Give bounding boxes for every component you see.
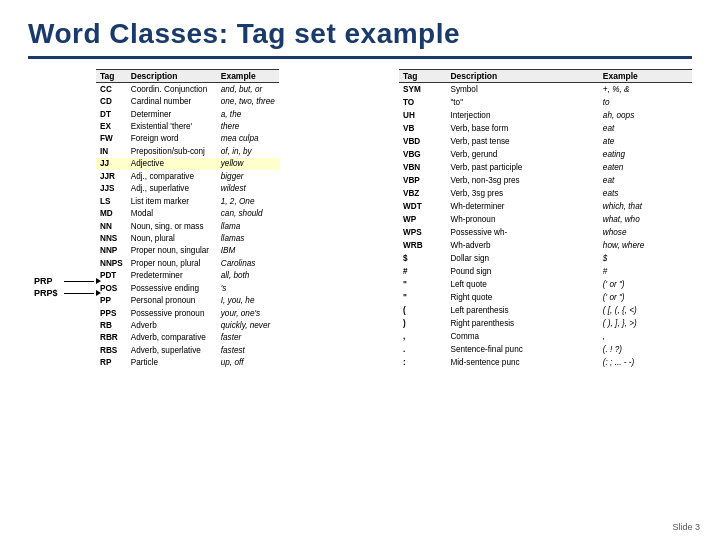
- cell-tag: JJ: [96, 158, 127, 170]
- cell-example: $: [599, 252, 692, 265]
- cell-desc: Foreign word: [127, 133, 217, 145]
- slide: Word Classes: Tag set example PRP PRP$: [0, 0, 720, 540]
- cell-tag: VB: [399, 122, 446, 135]
- cell-desc: Existential 'there': [127, 120, 217, 132]
- cell-example: Carolinas: [217, 257, 279, 269]
- cell-example: 1, 2, One: [217, 195, 279, 207]
- prp-label: PRP: [34, 276, 62, 286]
- prp-arrow-line: [64, 281, 94, 282]
- table-row: LS List item marker 1, 2, One: [96, 195, 279, 207]
- cell-desc: Particle: [127, 357, 217, 369]
- table-row: FW Foreign word mea culpa: [96, 133, 279, 145]
- cell-desc: Possessive pronoun: [127, 307, 217, 319]
- cell-desc: Verb, past tense: [446, 135, 598, 148]
- cell-tag: VBP: [399, 174, 446, 187]
- table-row: VBN Verb, past participle eaten: [399, 161, 692, 174]
- cell-desc: Determiner: [127, 108, 217, 120]
- cell-example: quickly, never: [217, 319, 279, 331]
- cell-desc: Symbol: [446, 83, 598, 97]
- cell-desc: Adj., superlative: [127, 183, 217, 195]
- prp-arrow-head: [96, 278, 101, 284]
- cell-desc: Noun, sing. or mass: [127, 220, 217, 232]
- cell-desc: Wh-determiner: [446, 200, 598, 213]
- cell-example: there: [217, 120, 279, 132]
- cell-tag: VBG: [399, 148, 446, 161]
- cell-tag: WRB: [399, 239, 446, 252]
- table-row: PDT Predeterminer all, both: [96, 270, 279, 282]
- table-row: CD Cardinal number one, two, three: [96, 95, 279, 107]
- cell-tag: VBN: [399, 161, 446, 174]
- cell-desc: Possessive wh-: [446, 226, 598, 239]
- cell-tag: NNS: [96, 232, 127, 244]
- table-row: RP Particle up, off: [96, 357, 279, 369]
- cell-desc: Left parenthesis: [446, 304, 598, 317]
- table-row: : Mid-sentence punc (: ; ... - -): [399, 356, 692, 369]
- cell-desc: Comma: [446, 330, 598, 343]
- cell-tag: VBZ: [399, 187, 446, 200]
- table-row: , Comma ,: [399, 330, 692, 343]
- table-row: ( Left parenthesis ( [, (, {, <): [399, 304, 692, 317]
- cell-tag: RBS: [96, 344, 127, 356]
- cell-example: how, where: [599, 239, 692, 252]
- cell-tag: ": [399, 291, 446, 304]
- cell-tag: UH: [399, 109, 446, 122]
- prps-label: PRP$: [34, 288, 62, 298]
- cell-example: up, off: [217, 357, 279, 369]
- cell-desc: Verb, past participle: [446, 161, 598, 174]
- table-row: UH Interjection ah, oops: [399, 109, 692, 122]
- cell-example: eaten: [599, 161, 692, 174]
- cell-tag: WDT: [399, 200, 446, 213]
- cell-tag: CD: [96, 95, 127, 107]
- table-row: JJR Adj., comparative bigger: [96, 170, 279, 182]
- cell-tag: EX: [96, 120, 127, 132]
- content-area: PRP PRP$ Tag Description: [28, 69, 692, 369]
- cell-tag: .: [399, 343, 446, 356]
- cell-tag: CC: [96, 83, 127, 96]
- table-row: WRB Wh-adverb how, where: [399, 239, 692, 252]
- cell-example: llama: [217, 220, 279, 232]
- left-col-tag: Tag: [96, 70, 127, 83]
- cell-tag: VBD: [399, 135, 446, 148]
- table-row: # Pound sign #: [399, 265, 692, 278]
- cell-desc: Noun, plural: [127, 232, 217, 244]
- cell-desc: Predeterminer: [127, 270, 217, 282]
- table-row: NNP Proper noun, singular IBM: [96, 245, 279, 257]
- cell-desc: Verb, base form: [446, 122, 598, 135]
- cell-tag: RBR: [96, 332, 127, 344]
- prp-annotation: PRP PRP$: [34, 276, 101, 298]
- left-col-description: Description: [127, 70, 217, 83]
- cell-example: (: ; ... - -): [599, 356, 692, 369]
- cell-tag: PPS: [96, 307, 127, 319]
- cell-tag: :: [399, 356, 446, 369]
- table-row: . Sentence-final punc (. ! ?): [399, 343, 692, 356]
- right-col-example: Example: [599, 70, 692, 83]
- cell-example: 's: [217, 282, 279, 294]
- table-row: IN Preposition/sub-conj of, in, by: [96, 145, 279, 157]
- cell-tag: SYM: [399, 83, 446, 97]
- cell-example: your, one's: [217, 307, 279, 319]
- cell-tag: DT: [96, 108, 127, 120]
- cell-desc: Interjection: [446, 109, 598, 122]
- table-row: " Left quote (' or "): [399, 278, 692, 291]
- table-row: MD Modal can, should: [96, 207, 279, 219]
- cell-desc: Modal: [127, 207, 217, 219]
- cell-example: fastest: [217, 344, 279, 356]
- title-underline: [28, 56, 692, 59]
- cell-example: IBM: [217, 245, 279, 257]
- cell-desc: Verb, non-3sg pres: [446, 174, 598, 187]
- cell-tag: WP: [399, 213, 446, 226]
- table-row: RB Adverb quickly, never: [96, 319, 279, 331]
- cell-example: (. ! ?): [599, 343, 692, 356]
- cell-desc: Right quote: [446, 291, 598, 304]
- cell-example: (' or "): [599, 278, 692, 291]
- cell-example: eat: [599, 122, 692, 135]
- cell-tag: ": [399, 278, 446, 291]
- table-row: " Right quote (' or "): [399, 291, 692, 304]
- left-table: Tag Description Example CC Coordin. Conj…: [96, 69, 279, 369]
- table-row: RBR Adverb, comparative faster: [96, 332, 279, 344]
- right-table-body: SYM Symbol +, %, & TO "to" to UH Interje…: [399, 83, 692, 370]
- cell-desc: Adverb: [127, 319, 217, 331]
- right-table: Tag Description Example SYM Symbol +, %,…: [399, 69, 692, 369]
- table-row: WDT Wh-determiner which, that: [399, 200, 692, 213]
- left-col-example: Example: [217, 70, 279, 83]
